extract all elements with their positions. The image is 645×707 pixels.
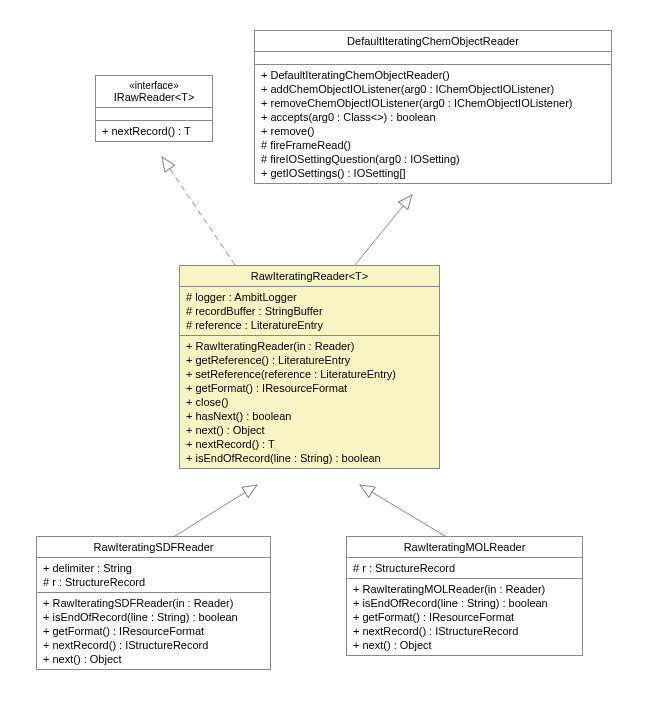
class-RawIteratingReader: RawIteratingReader<T> # logger : AmbitLo…: [179, 265, 440, 469]
operation: + nextRecord() : IStructureRecord: [353, 624, 576, 638]
svg-line-2: [175, 485, 257, 536]
attribute: # reference : LiteratureEntry: [186, 318, 433, 332]
attribute: + delimiter : String: [43, 561, 264, 575]
operation: + nextRecord() : T: [186, 437, 433, 451]
operation: + nextRecord() : T: [102, 124, 206, 138]
operation: + RawIteratingMOLReader(in : Reader): [353, 582, 576, 596]
operation: + hasNext() : boolean: [186, 409, 433, 423]
svg-line-3: [360, 485, 445, 536]
class-RawIteratingMOLReader: RawIteratingMOLReader # r : StructureRec…: [346, 536, 583, 656]
class-name: IRawReader<T>: [102, 91, 206, 103]
svg-line-0: [162, 157, 235, 265]
class-DefaultIteratingChemObjectReader: DefaultIteratingChemObjectReader + Defau…: [254, 30, 612, 184]
operation: + setReference(reference : LiteratureEnt…: [186, 367, 433, 381]
attribute: # recordBuffer : StringBuffer: [186, 304, 433, 318]
operation: + RawIteratingSDFReader(in : Reader): [43, 596, 264, 610]
operation: + close(): [186, 395, 433, 409]
operation: + getIOSettings() : IOSetting[]: [261, 166, 605, 180]
operation: # fireIOSettingQuestion(arg0 : IOSetting…: [261, 152, 605, 166]
attribute: # r : StructureRecord: [353, 561, 576, 575]
operation: + addChemObjectIOListener(arg0 : IChemOb…: [261, 82, 605, 96]
stereotype: «interface»: [102, 80, 206, 91]
operation: + getFormat() : IResourceFormat: [43, 624, 264, 638]
operation: + nextRecord() : IStructureRecord: [43, 638, 264, 652]
operation: + getFormat() : IResourceFormat: [186, 381, 433, 395]
class-name: RawIteratingMOLReader: [353, 541, 576, 553]
operation: + RawIteratingReader(in : Reader): [186, 339, 433, 353]
operation: + removeChemObjectIOListener(arg0 : IChe…: [261, 96, 605, 110]
operation: + next() : Object: [186, 423, 433, 437]
class-IRawReader: «interface» IRawReader<T> + nextRecord()…: [95, 75, 213, 142]
operation: + getFormat() : IResourceFormat: [353, 610, 576, 624]
operation: + isEndOfRecord(line : String) : boolean: [353, 596, 576, 610]
class-name: RawIteratingSDFReader: [43, 541, 264, 553]
operation: + accepts(arg0 : Class<>) : boolean: [261, 110, 605, 124]
class-name: RawIteratingReader<T>: [186, 270, 433, 282]
class-name: DefaultIteratingChemObjectReader: [261, 35, 605, 47]
attribute: # r : StructureRecord: [43, 575, 264, 589]
operation: + isEndOfRecord(line : String) : boolean: [43, 610, 264, 624]
attribute: # logger : AmbitLogger: [186, 290, 433, 304]
svg-line-1: [355, 195, 412, 265]
class-RawIteratingSDFReader: RawIteratingSDFReader + delimiter : Stri…: [36, 536, 271, 670]
operation: + next() : Object: [353, 638, 576, 652]
operation: + DefaultIteratingChemObjectReader(): [261, 68, 605, 82]
operation: + next() : Object: [43, 652, 264, 666]
operation: + getReference() : LiteratureEntry: [186, 353, 433, 367]
operation: # fireFrameRead(): [261, 138, 605, 152]
operation: + isEndOfRecord(line : String) : boolean: [186, 451, 433, 465]
operation: + remove(): [261, 124, 605, 138]
